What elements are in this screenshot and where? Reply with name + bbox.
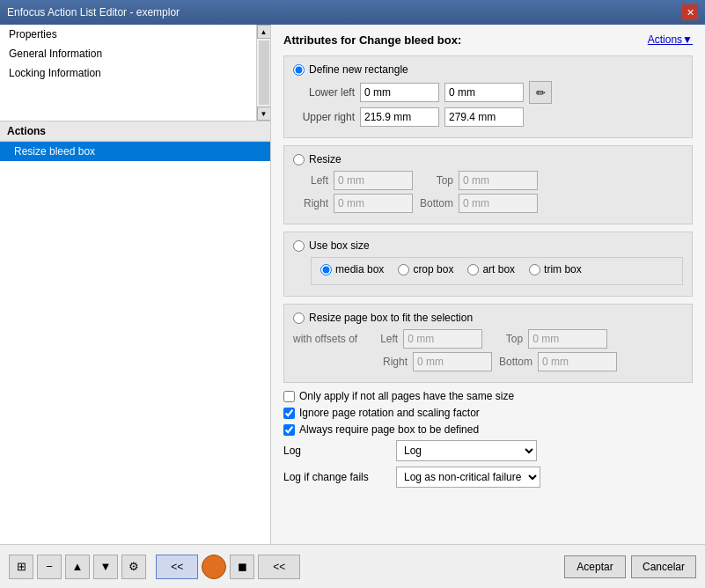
resize-top-input[interactable] [459,171,538,190]
lower-left-input-2[interactable] [444,83,524,102]
ignore-rotation-label: Ignore page rotation and scaling factor [299,407,480,419]
left-panel: Properties General Information Locking I… [0,25,271,544]
scroll-up-btn[interactable]: ▲ [257,25,271,39]
offsets-right-input[interactable] [413,352,492,371]
use-box-size-section: Use box size media box crop box art box [283,232,693,297]
log-row: Log Log Don't Log Warn [283,440,693,461]
actions-dropdown[interactable]: Actions▼ [648,33,693,46]
resize-section: Resize Left Top Right Bottom [283,145,693,224]
resize-page-radio[interactable] [293,312,305,324]
properties-scrollbar: ▲ ▼ [256,25,270,121]
general-information-item[interactable]: General Information [0,44,256,63]
use-box-size-label: Use box size [309,239,370,252]
action-item-resize-bleed-box[interactable]: Resize bleed box [0,142,270,161]
resize-radio-row: Resize [293,153,683,165]
upper-right-input-2[interactable] [444,107,524,127]
upper-right-input-1[interactable] [360,107,439,127]
properties-list: Properties General Information Locking I… [0,25,270,121]
move-down-button[interactable]: ▼ [93,555,118,579]
media-box-label: media box [335,263,384,276]
orange-button[interactable] [202,555,226,579]
offsets-bottom-input[interactable] [538,352,617,371]
define-rect-section: Define new rectangle Lower left ✏ Upper … [283,55,693,138]
ignore-rotation-checkbox[interactable] [283,408,295,419]
upper-right-label: Upper right [293,111,355,123]
resize-page-label: Resize page box to fit the selection [309,312,473,324]
move-up-button[interactable]: ▲ [65,555,90,579]
locking-information-item[interactable]: Locking Information [0,63,256,83]
attr-title: Attributes for Change bleed box: [283,33,693,47]
media-box-item: media box [320,263,384,276]
define-rect-radio-row: Define new rectangle [293,63,683,76]
properties-item[interactable]: Properties [0,25,256,44]
box-radios-row: media box crop box art box trim box [320,263,673,276]
crop-box-label: crop box [413,263,453,276]
crop-box-item: crop box [398,263,453,276]
right-label: Right [293,197,328,209]
offsets-top-label: Top [488,333,523,345]
offsets-bottom-label: Bottom [497,356,532,368]
same-size-checkbox[interactable] [283,391,295,402]
scroll-down-btn[interactable]: ▼ [257,107,271,121]
title-bar: Enfocus Action List Editor - exemplor ✕ [0,0,705,25]
aceptar-button[interactable]: Aceptar [564,555,626,578]
resize-radio[interactable] [293,154,305,165]
trim-box-radio[interactable] [529,264,540,276]
resize-fields-row2: Right Bottom [293,194,683,213]
resize-left-input[interactable] [334,171,413,190]
close-button[interactable]: ✕ [682,4,698,20]
checkbox-row-2: Ignore page rotation and scaling factor [283,407,693,419]
use-box-size-radio[interactable] [293,240,305,252]
resize-page-section: Resize page box to fit the selection wit… [283,304,693,383]
right-panel: Attributes for Change bleed box: Actions… [271,25,705,544]
lower-left-row: Lower left ✏ [293,81,683,104]
bottom-right-buttons: Aceptar Cancelar [564,555,696,578]
bottom-left-buttons: ⊞ − ▲ ▼ ⚙ << ◼ << [9,555,300,579]
actions-section: Actions Resize bleed box [0,121,270,544]
use-box-size-radio-row: Use box size [293,239,683,252]
bottom-bar: ⊞ − ▲ ▼ ⚙ << ◼ << Aceptar Cancelar [0,544,705,588]
log-select[interactable]: Log Don't Log Warn [396,440,537,461]
pen-button[interactable]: ✏ [529,81,552,104]
upper-right-row: Upper right [293,107,683,127]
checkboxes-section: Only apply if not all pages have the sam… [283,390,693,436]
require-page-box-checkbox[interactable] [283,424,295,436]
log-if-fail-label: Log if change fails [283,471,389,483]
same-size-label: Only apply if not all pages have the sam… [299,390,514,402]
settings-button[interactable]: ⚙ [121,555,146,579]
with-offsets-label: with offsets of [293,333,357,345]
offsets-row2: Right Bottom [293,352,683,371]
offsets-left-input[interactable] [403,329,482,349]
checkbox-row-3: Always require page box to be defined [283,423,693,436]
lower-left-label: Lower left [293,86,355,99]
actions-list: Resize bleed box [0,142,270,544]
offsets-top-input[interactable] [528,329,607,349]
art-box-radio[interactable] [467,264,479,276]
back-button-1[interactable]: << [156,555,198,579]
remove-button[interactable]: − [37,555,62,579]
resize-fields-row1: Left Top [293,171,683,190]
log-if-fail-row: Log if change fails Log as non-critical … [283,467,693,488]
offsets-left-label: Left [363,333,398,345]
left-label: Left [293,174,328,187]
crop-box-radio[interactable] [398,264,409,276]
add-button[interactable]: ⊞ [9,555,33,579]
bottom-label: Bottom [418,197,453,209]
resize-right-input[interactable] [334,194,413,213]
trim-box-item: trim box [529,263,582,276]
require-page-box-label: Always require page box to be defined [299,423,479,436]
media-box-radio[interactable] [320,264,332,276]
lower-left-input-1[interactable] [360,83,439,102]
box-type-subsection: media box crop box art box trim box [311,257,683,285]
resize-bottom-input[interactable] [459,194,538,213]
log-label: Log [283,445,389,457]
checkbox-row-1: Only apply if not all pages have the sam… [283,390,693,402]
trim-box-label: trim box [544,263,582,276]
art-box-label: art box [482,263,515,276]
define-new-rectangle-radio[interactable] [293,64,305,76]
stop-button[interactable]: ◼ [230,555,254,579]
cancelar-button[interactable]: Cancelar [631,555,696,578]
top-label: Top [418,174,453,187]
log-if-fail-select[interactable]: Log as non-critical failure Log as criti… [396,467,540,488]
back-button-2[interactable]: << [258,555,300,579]
